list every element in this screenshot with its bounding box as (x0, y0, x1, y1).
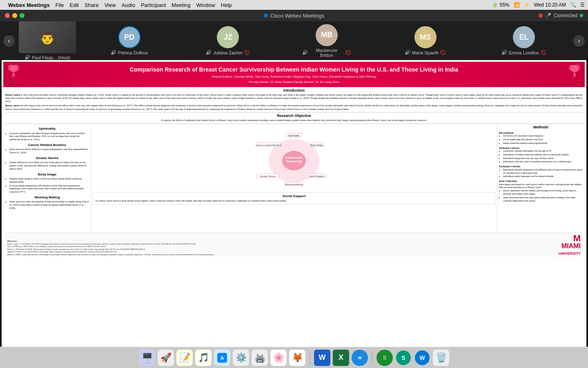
participant-juliana-avatar: JZ (217, 26, 239, 48)
menu-participant[interactable]: Participant (141, 2, 166, 8)
dock-app-blue2[interactable]: W (414, 350, 430, 366)
research-objective-section: Research Objective To analyze the effect… (5, 112, 583, 124)
left-column: Spirituality A person's spirituality can… (5, 125, 91, 231)
bluetooth-icon: ⚡ (524, 2, 530, 8)
meaning-making-title: Meaning Making (5, 195, 89, 200)
participant-emma-label: 🔊 Emma Londino 🚫 (501, 50, 546, 55)
nav-next-button[interactable]: › (573, 35, 585, 47)
traffic-lights (5, 13, 24, 18)
menu-window[interactable]: Window (196, 2, 215, 8)
participant-emma-initials: EL (519, 33, 529, 42)
participant-mackenzie[interactable]: MB 🔊 Mackenzie Britton 🚫 (277, 24, 376, 58)
host-video-placeholder: 👨 (19, 21, 76, 53)
dock-app-teal[interactable]: S (395, 350, 412, 366)
menu-meeting[interactable]: Meeting (172, 2, 190, 8)
meaning-making-text: Some survivors credit the meaning of the… (9, 200, 89, 210)
menu-view[interactable]: View (105, 2, 116, 8)
menubar: Webex Meetings File Edit Share View Audi… (0, 0, 588, 10)
menu-help[interactable]: Help (221, 2, 232, 8)
intro-title: Introduction (5, 88, 583, 92)
svg-text:Gender Norms: Gender Norms (260, 175, 276, 177)
data-collection-bullet-2: Semi-structured interview with open-ende… (503, 196, 583, 203)
menubar-right: 🔋 55% 📶 ⚡ Wed 10:20 AM 🔍 ☰ (492, 2, 585, 8)
mic-muted-icon: 🚫 (440, 50, 446, 55)
participant-mackenzie-initials: MB (321, 31, 332, 39)
dock-launchpad[interactable]: 🚀 (158, 350, 174, 366)
maximize-button[interactable] (20, 13, 24, 18)
audio-icon: 🔊 (302, 50, 308, 55)
dock-divider-1 (310, 351, 310, 364)
menu-edit[interactable]: Edit (70, 2, 79, 8)
participant-strip: ‹ 👨 🔊 Paul Flasp... (Host) PD 🔊 Petrina … (0, 21, 588, 60)
intro-paragraph-1: Breast Cancer is one of the most prevale… (5, 93, 583, 103)
svg-text:✉: ✉ (358, 356, 362, 360)
menu-extras-icon[interactable]: ☰ (580, 2, 585, 8)
gender-norms-content: Gender differences are evident not only … (5, 161, 89, 171)
recruitment-list: University of Cincinnati Cancer Registry… (499, 135, 583, 145)
close-button[interactable] (5, 13, 10, 18)
exclusion-item-2: Individuals under managed care for menta… (503, 175, 583, 178)
audio-icon: 🔊 (501, 50, 507, 55)
dock-appstore[interactable]: A (214, 350, 230, 366)
three-columns: Spirituality A person's spirituality can… (5, 125, 583, 231)
participant-juliana[interactable]: JZ 🔊 Juliana Zacher 🚫 (179, 26, 278, 55)
window-title-label: Cisco Webex Meetings (270, 13, 325, 19)
cancer-burdens-title: Cancer Related Burdens (5, 143, 89, 147)
webex-logo-icon (264, 13, 268, 18)
dock-printer[interactable]: 🖨️ (252, 350, 268, 366)
svg-point-2 (13, 65, 19, 71)
data-collection-list: Survey questions concern beliefs, psycho… (499, 189, 583, 202)
participant-petrina-name: Petrina Duffour (118, 50, 148, 55)
methods-title: Methods (499, 125, 583, 130)
body-image-bullet-2: In Asian-Indian populations, self-esteem… (9, 184, 89, 194)
participant-host-label: 🔊 Paul Flasp... (Host) (24, 55, 70, 60)
menu-app-name[interactable]: Webex Meetings (8, 2, 50, 8)
data-collection-title: Data Collection: (499, 180, 583, 183)
inclusion-item-4: Individuals with any type of treatment e… (503, 160, 583, 164)
menu-share[interactable]: Share (85, 2, 99, 8)
participant-emma[interactable]: EL 🔊 Emma Londino 🚫 (474, 26, 573, 55)
university-logo: M MIAMI UNIVERSITY (559, 234, 581, 256)
participant-maria[interactable]: MS 🔊 Maria Spaeth 🚫 (376, 26, 475, 55)
dock-photos[interactable]: 🌸 (270, 350, 287, 366)
presentation-area: Comparison Research of Breast Cancer Sur… (2, 60, 586, 347)
svg-text:W: W (419, 355, 425, 361)
participant-petrina-avatar: PD (118, 26, 140, 48)
search-icon[interactable]: 🔍 (570, 2, 576, 8)
svg-text:Social Support: Social Support (309, 175, 325, 177)
record-icon (539, 13, 543, 18)
body-image-title: Body Image (5, 173, 89, 177)
poster-authors: Petrina Duffour, Cassidy White, Tara Sor… (9, 75, 579, 79)
svg-text:S: S (401, 355, 405, 361)
dock-divider-2 (372, 351, 372, 364)
participant-petrina-label: 🔊 Petrina Duffour (111, 50, 148, 55)
inclusion-title: Inclusion Criteria (499, 146, 583, 150)
data-collection-bullet-1: Survey questions concern beliefs, psycho… (503, 189, 583, 196)
svg-text:Breast Cancer: Breast Cancer (285, 156, 303, 159)
menu-file[interactable]: File (56, 2, 64, 8)
participant-petrina[interactable]: PD 🔊 Petrina Duffour (80, 26, 179, 55)
dock-system-prefs[interactable]: ⚙️ (233, 350, 249, 366)
audio-icon: 🔊 (24, 55, 30, 60)
dock-finder[interactable]: 🖥️ (139, 350, 155, 366)
dock-word[interactable]: W (314, 350, 330, 366)
dock-app-green[interactable]: S (376, 350, 393, 366)
exclusion-title: Exclusion Criteria: (499, 165, 583, 168)
dock-notes[interactable]: 📝 (176, 350, 193, 366)
minimize-button[interactable] (12, 13, 17, 18)
mic-muted-icon: 🚫 (345, 50, 351, 55)
dock-trash[interactable]: 🗑️ (433, 350, 449, 366)
audio-icon: 🔊 (405, 50, 410, 55)
nav-prev-button[interactable]: ‹ (3, 35, 15, 47)
university-name: MIAMI (561, 242, 581, 249)
dock-excel[interactable]: X (333, 350, 349, 366)
menu-audio[interactable]: Audio (122, 2, 135, 8)
participant-host[interactable]: 👨 🔊 Paul Flasp... (Host) (15, 21, 80, 60)
body-image-content: Negative body image is likely to develop… (5, 177, 89, 194)
ribbon-right-icon (568, 64, 581, 79)
dock-itunes[interactable]: 🎵 (195, 350, 212, 366)
dock-blue-app[interactable]: ✉ (352, 350, 368, 366)
dock-firefox[interactable]: 🦊 (289, 350, 305, 366)
participant-maria-initials: MS (420, 33, 431, 42)
dock: 🖥️ 🚀 📝 🎵 A ⚙️ 🖨️ 🌸 🦊 W X ✉ S S W 🗑️ (0, 347, 588, 368)
